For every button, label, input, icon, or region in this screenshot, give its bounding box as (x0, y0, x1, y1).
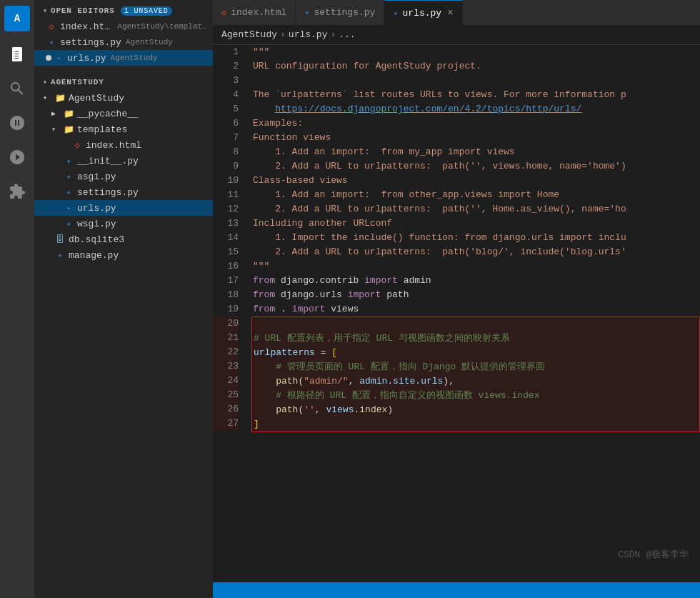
tab-urls-py[interactable]: ✦ urls.py × (384, 0, 462, 25)
tab-index-html[interactable]: ◇ index.html (213, 0, 296, 25)
tab-close-icon[interactable]: × (447, 7, 453, 19)
code-token: 2. Add a URL to urlpatterns: path('', vi… (253, 159, 626, 174)
open-editor-filepath: AgentStudy (111, 54, 158, 62)
code-token (254, 403, 276, 417)
code-token: path (276, 403, 298, 417)
explorer-label: AGENTSTUDY (51, 78, 104, 86)
code-token: site (393, 374, 415, 389)
py-file-icon: ✦ (63, 202, 74, 214)
code-token: views (326, 403, 354, 417)
tree-item-label: db.sqlite3 (69, 234, 124, 245)
tree-urls-py[interactable]: ✦ urls.py (34, 200, 213, 216)
tree-item-label: __init__.py (77, 156, 139, 166)
folder-icon: 📁 (63, 108, 74, 119)
code-token: path (276, 374, 298, 389)
tree-item-label: settings.py (77, 187, 139, 198)
folder-icon: 📁 (63, 124, 74, 135)
tab-settings-py[interactable]: ✦ settings.py (296, 0, 384, 25)
code-token: import (292, 302, 331, 317)
open-editor-urls-py[interactable]: ✦ urls.py AgentStudy (34, 50, 213, 66)
breadcrumb-root: AgentStudy (221, 29, 277, 40)
code-line-25: # 根路径的 URL 配置，指向自定义的视图函数 views.index (254, 389, 699, 403)
code-token: . (387, 374, 393, 389)
code-token: """ (253, 259, 269, 274)
tab-label: urls.py (403, 8, 442, 19)
code-token: from (253, 302, 281, 317)
code-token: , (315, 403, 326, 417)
code-token: django.contrib (281, 274, 364, 288)
py-file-icon: ✦ (46, 36, 57, 48)
code-line-5: https://docs.djangoproject.com/en/4.2/to… (253, 102, 700, 116)
html-file-icon: ◇ (46, 21, 57, 32)
source-control-icon[interactable] (0, 106, 34, 140)
code-token: views (331, 302, 359, 317)
code-line-10: Class-based views (253, 174, 700, 188)
code-token (254, 374, 276, 389)
open-editor-settings-py[interactable]: ✦ settings.py AgentStudy (34, 34, 213, 50)
py-file-icon: ✦ (63, 171, 74, 182)
line-num: 15 (213, 245, 239, 259)
explorer-header[interactable]: ▾ AGENTSTUDY (34, 74, 213, 90)
code-line-12: 2. Add a URL to urlpatterns: path('', Ho… (253, 202, 700, 216)
tab-label: settings.py (314, 7, 375, 18)
tree-templates[interactable]: ▾ 📁 templates (34, 121, 213, 137)
empty-chevron (51, 189, 63, 196)
code-token: 1. Import the include() function: from d… (253, 231, 626, 245)
code-editor[interactable]: 1 2 3 4 5 6 7 8 9 10 11 12 13 14 15 16 1… (213, 45, 700, 582)
code-line-23: # 管理员页面的 URL 配置，指向 Django 默认提供的管理界面 (254, 360, 699, 374)
tab-py-icon: ✦ (304, 7, 309, 18)
search-icon[interactable] (0, 71, 34, 106)
tree-settings-py[interactable]: ✦ settings.py (34, 184, 213, 200)
tab-label: index.html (231, 7, 286, 18)
line-num: 25 (213, 388, 239, 402)
breadcrumb-sep: › (280, 29, 286, 40)
code-token: , (349, 374, 360, 389)
tree-pycache[interactable]: ▶ 📁 __pycache__ (34, 106, 213, 121)
code-line-22: urlpatterns = [ (254, 346, 699, 360)
tree-agentstudy[interactable]: ▾ 📁 AgentStudy (34, 90, 213, 106)
open-editor-filename: index.html (60, 21, 113, 32)
tree-init-py[interactable]: ✦ __init__.py (34, 153, 213, 169)
py-file-icon: ✦ (54, 249, 66, 261)
run-debug-icon[interactable] (0, 140, 34, 174)
code-token: ( (298, 403, 304, 417)
breadcrumb-sep: › (330, 29, 336, 40)
open-editor-index-html[interactable]: ◇ index.html AgentStudy\templates (34, 19, 213, 34)
line-num: 7 (213, 131, 239, 145)
line-num: 6 (213, 116, 239, 131)
code-token: 1. Add an import: from my_app import vie… (253, 145, 515, 159)
watermark: CSDN @极客李华 (618, 548, 689, 561)
tree-db-sqlite3[interactable]: 🗄 db.sqlite3 (34, 231, 213, 247)
empty-chevron (51, 157, 63, 165)
line-num: 2 (213, 59, 239, 74)
db-file-icon: 🗄 (54, 234, 66, 245)
extensions-icon[interactable] (0, 174, 34, 209)
open-editors-header[interactable]: ▾ OPEN EDITORS 1 unsaved (34, 3, 213, 19)
code-token: . (415, 374, 421, 389)
line-num: 26 (213, 402, 239, 417)
open-editors-label: OPEN EDITORS (51, 6, 115, 15)
py-file-icon: ✦ (63, 218, 74, 229)
folder-chevron: ▶ (51, 109, 63, 118)
explorer-icon[interactable] (0, 37, 34, 71)
modified-dot (46, 55, 51, 61)
code-line-4: The `urlpatterns` list routes URLs to vi… (253, 88, 700, 102)
tree-item-label: urls.py (77, 203, 116, 214)
code-token: # URL 配置列表，用于指定 URL 与视图函数之间的映射关系 (254, 332, 510, 346)
code-token: from (253, 274, 281, 288)
folder-chevron: ▾ (43, 94, 54, 102)
activity-bar: A (0, 0, 34, 598)
logo-icon: A (4, 6, 30, 31)
code-line-7: Function views (253, 131, 700, 145)
code-token: '' (304, 403, 315, 417)
code-line-8: 1. Add an import: from my_app import vie… (253, 145, 700, 159)
tree-manage-py[interactable]: ✦ manage.py (34, 247, 213, 263)
tree-index-html[interactable]: ◇ index.html (34, 137, 213, 153)
tree-asgi-py[interactable]: ✦ asgi.py (34, 169, 213, 184)
breadcrumb-file: urls.py (289, 29, 328, 40)
code-token: https://docs.djangoproject.com/en/4.2/to… (275, 102, 581, 116)
tree-wsgi-py[interactable]: ✦ wsgi.py (34, 216, 213, 231)
code-body: 1 2 3 4 5 6 7 8 9 10 11 12 13 14 15 16 1… (213, 45, 700, 582)
explorer-section: ▾ AGENTSTUDY ▾ 📁 AgentStudy ▶ 📁 __pycach… (34, 69, 213, 266)
tree-item-label: __pycache__ (77, 109, 139, 119)
